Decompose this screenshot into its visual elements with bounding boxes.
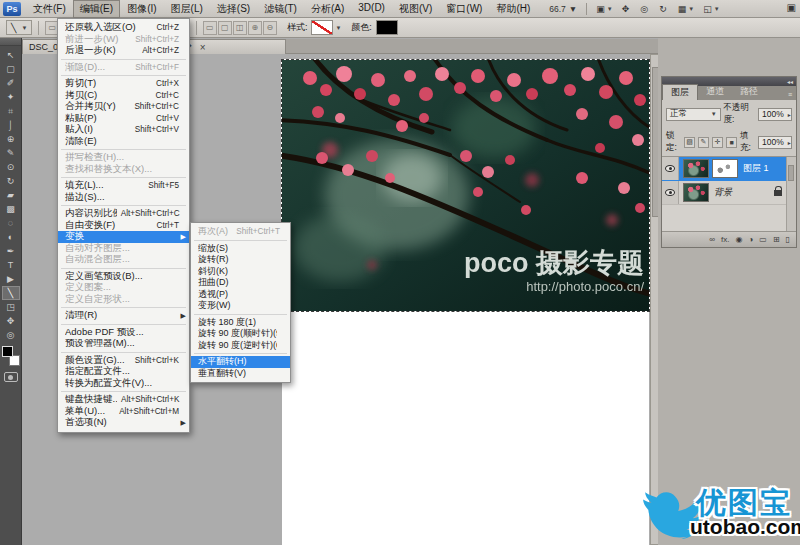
tool-button[interactable]: ⊙ xyxy=(2,160,20,174)
tool-button[interactable]: ✦ xyxy=(2,90,20,104)
menubar-item[interactable]: 图像(I) xyxy=(120,0,163,18)
fill-field[interactable]: 100% ▸ xyxy=(758,136,792,149)
document-page[interactable]: poco 摄影专题 http://photo.poco.cn/ xyxy=(282,59,649,545)
app-bar-icon[interactable]: ✥ xyxy=(622,4,632,14)
selection-marching-ants[interactable]: poco 摄影专题 http://photo.poco.cn/ xyxy=(281,59,650,312)
layers-panel-button[interactable]: ▯ xyxy=(786,235,790,244)
boolean-op-button[interactable]: ▭ xyxy=(203,21,217,35)
app-bar-icon[interactable]: ▦ ▼ xyxy=(678,4,694,14)
edit-menu-item[interactable]: 清除(E) ▶ xyxy=(58,136,189,148)
app-bar-icon[interactable]: ▣ ▼ xyxy=(596,4,612,14)
tool-button[interactable]: ◳ xyxy=(2,300,20,314)
layer-thumbnail[interactable] xyxy=(683,159,709,178)
tool-button[interactable]: ↻ xyxy=(2,174,20,188)
edit-menu-item[interactable]: 预设管理器(M)... ▶ xyxy=(58,338,189,350)
shape-color-swatch[interactable] xyxy=(376,20,398,35)
layers-scrollbar[interactable] xyxy=(786,157,796,231)
tool-button[interactable]: ◌ xyxy=(2,216,20,230)
panel-tab[interactable]: 路径 xyxy=(732,84,766,100)
tool-button[interactable]: ▩ xyxy=(2,202,20,216)
tool-button[interactable]: ◎ xyxy=(2,328,20,342)
layers-panel-button[interactable]: ◉ xyxy=(736,235,743,244)
tool-button[interactable]: ▶ xyxy=(2,272,20,286)
edit-menu-item[interactable]: 转换为配置文件(V)... ▶ xyxy=(58,378,189,390)
layer-row-layer1[interactable]: 图层 1 xyxy=(662,157,796,181)
tool-button[interactable]: ▰ xyxy=(2,188,20,202)
panel-tab[interactable]: 通道 xyxy=(698,84,732,100)
menubar-item[interactable]: 图层(L) xyxy=(164,0,210,18)
zoom-level-dropdown[interactable]: 66.7 ▼ xyxy=(549,4,577,14)
boolean-op-button[interactable]: ▢ xyxy=(218,21,232,35)
foreground-color-swatch[interactable] xyxy=(2,346,13,357)
panel-menu-icon[interactable]: ≡ xyxy=(784,91,796,100)
visibility-toggle[interactable] xyxy=(662,181,679,204)
panel-tab[interactable]: 图层 xyxy=(662,84,698,100)
edit-menu-item[interactable]: 自动混合图层... ▶ xyxy=(58,254,189,266)
layers-panel-button[interactable]: ◑ xyxy=(748,235,753,244)
scrollbar-thumb[interactable] xyxy=(788,165,794,181)
tool-button[interactable]: ▢ xyxy=(2,62,20,76)
menubar-item[interactable]: 选择(S) xyxy=(210,0,257,18)
close-icon[interactable]: × xyxy=(200,42,206,53)
menubar-item[interactable]: 编辑(E) xyxy=(73,0,120,18)
menubar-item[interactable]: 3D(D) xyxy=(351,0,392,18)
lock-toggle[interactable]: ✛ xyxy=(712,137,723,148)
tool-button[interactable]: ✒ xyxy=(2,244,20,258)
edit-menu-item[interactable]: 后退一步(K) Alt+Ctrl+Z ▶ xyxy=(58,45,189,57)
blend-mode-select[interactable]: 正常 ▼ xyxy=(666,108,721,121)
workspace-icon[interactable]: ▣ xyxy=(787,2,796,13)
menubar-item[interactable]: 帮助(H) xyxy=(489,0,537,18)
vector-mask-thumbnail[interactable] xyxy=(712,159,738,178)
panel-grip[interactable] xyxy=(0,38,21,46)
menubar-item[interactable]: 分析(A) xyxy=(304,0,351,18)
boolean-op-button[interactable]: ⊕ xyxy=(248,21,262,35)
layer-name[interactable]: 图层 1 xyxy=(743,162,769,175)
layers-panel-button[interactable]: fx. xyxy=(721,235,729,244)
layer-thumbnail[interactable] xyxy=(683,183,709,202)
layer-name[interactable]: 背景 xyxy=(714,186,732,199)
edit-menu-item[interactable]: 渐隐(D)... Shift+Ctrl+F ▶ xyxy=(58,62,189,74)
edit-menu-item[interactable]: 清理(R) ▶ xyxy=(58,310,189,322)
tool-preset-picker[interactable]: ╲ ▼ xyxy=(6,20,32,35)
edit-menu-item[interactable]: 定义自定形状... ▶ xyxy=(58,294,189,306)
edit-menu-item[interactable]: 查找和替换文本(X)... ▶ xyxy=(58,164,189,176)
tool-button[interactable]: T xyxy=(2,258,20,272)
collapse-panel-icon[interactable]: ◂◂ xyxy=(787,79,793,85)
boolean-op-button[interactable]: ⊖ xyxy=(263,21,277,35)
app-bar-icon[interactable]: ◱ ▼ xyxy=(703,4,719,14)
layers-panel-button[interactable]: ▭ xyxy=(759,235,767,244)
opacity-field[interactable]: 100% ▸ xyxy=(758,108,792,121)
visibility-toggle[interactable] xyxy=(662,157,679,180)
transform-submenu-item[interactable]: 变形(W) ▶ xyxy=(191,300,290,312)
transform-submenu-item[interactable]: 垂直翻转(V) ▶ xyxy=(191,368,290,380)
tool-button[interactable]: ◐ xyxy=(2,230,20,244)
edit-menu-item[interactable]: 描边(S)... ▶ xyxy=(58,192,189,204)
tool-button[interactable]: ╲ xyxy=(2,286,20,300)
app-bar-icon[interactable]: ↻ xyxy=(659,4,669,14)
transform-submenu-item[interactable]: 旋转 90 度(逆时针)(0) ▶ xyxy=(191,340,290,352)
menubar-item[interactable]: 视图(V) xyxy=(392,0,439,18)
layer-row-background[interactable]: 背景 xyxy=(662,181,796,205)
lock-toggle[interactable]: ✎ xyxy=(698,137,709,148)
tool-button[interactable]: ⊕ xyxy=(2,132,20,146)
tool-button[interactable]: ✐ xyxy=(2,76,20,90)
tool-button[interactable]: ✥ xyxy=(2,314,20,328)
menubar-item[interactable]: 滤镜(T) xyxy=(257,0,304,18)
boolean-op-button[interactable]: ◫ xyxy=(233,21,247,35)
tool-button[interactable]: ↖ xyxy=(2,48,20,62)
photoshop-logo-icon[interactable]: Ps xyxy=(3,2,21,16)
lock-toggle[interactable]: ▨ xyxy=(684,137,695,148)
layers-panel-button[interactable]: ∞ xyxy=(709,235,715,244)
layers-panel-button[interactable]: ⊞ xyxy=(773,235,780,244)
app-bar-icon[interactable]: ◎ xyxy=(640,4,650,14)
tool-button[interactable]: ✎ xyxy=(2,146,20,160)
tool-button[interactable]: ⌗ xyxy=(2,104,20,118)
menubar-item[interactable]: 文件(F) xyxy=(26,0,73,18)
lock-toggle[interactable]: ■ xyxy=(726,137,737,148)
menubar-item[interactable]: 窗口(W) xyxy=(439,0,489,18)
edit-menu-item[interactable]: 首选项(N) ▶ xyxy=(58,417,189,429)
quick-mask-button[interactable] xyxy=(4,372,18,382)
style-swatch-none[interactable] xyxy=(311,20,333,35)
tool-button[interactable]: ⌡ xyxy=(2,118,20,132)
transform-submenu-item[interactable]: 再次(A) Shift+Ctrl+T ▶ xyxy=(191,226,290,238)
